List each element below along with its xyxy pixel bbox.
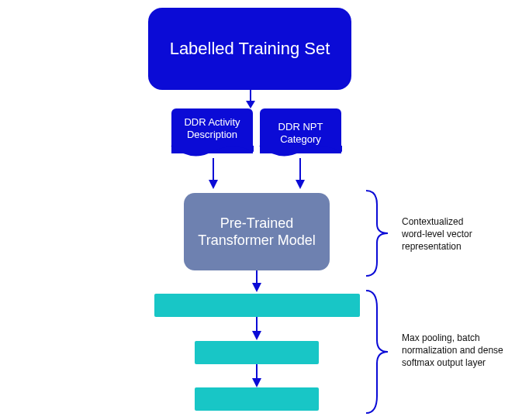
svg-marker-1	[246, 101, 255, 108]
svg-marker-11	[252, 378, 261, 387]
arrow-pretrained-to-bars	[251, 270, 262, 292]
doc-npt-category: DDR NPT Category	[260, 108, 341, 153]
svg-marker-5	[296, 180, 305, 189]
svg-marker-7	[252, 283, 261, 292]
training-set-label: Labelled Training Set	[170, 39, 330, 59]
doc-left-line2: Description	[187, 129, 237, 140]
doc-left-line1: DDR Activity	[184, 116, 240, 128]
doc-activity-description: DDR Activity Description	[171, 108, 253, 153]
brace-contextualized	[366, 189, 397, 277]
teal-bar-2	[195, 341, 319, 364]
svg-marker-9	[252, 331, 261, 340]
teal-bar-3	[195, 387, 319, 411]
arrow-doc-left-down	[208, 158, 219, 189]
teal-bar-1	[154, 294, 360, 317]
pretrained-model-box: Pre-Trained Transformer Model	[184, 193, 330, 270]
arrow-bar2-to-bar3	[251, 364, 262, 387]
pretrained-label: Pre-Trained Transformer Model	[198, 215, 315, 250]
doc-right-line1: DDR NPT Category	[278, 121, 323, 145]
brace-pooling	[366, 289, 397, 415]
arrow-doc-right-down	[295, 158, 306, 189]
arrow-bar1-to-bar2	[251, 317, 262, 340]
annotation-pooling: Max pooling, batch normalization and den…	[402, 332, 526, 370]
annotation-contextualized: Contextualized word-level vector represe…	[402, 215, 518, 253]
training-set-box: Labelled Training Set	[148, 8, 351, 90]
arrow-training-to-docs	[245, 90, 256, 108]
svg-marker-3	[209, 180, 218, 189]
